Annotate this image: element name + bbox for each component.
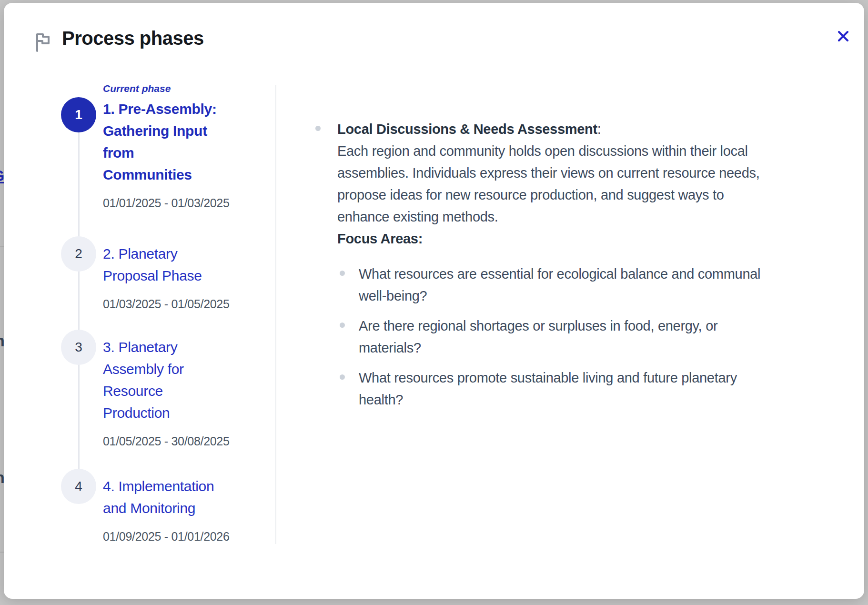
phase-item-4[interactable]: 4. Implementation and Monitoring 01/09/2… — [103, 475, 255, 544]
phase-title-line: Gathering Input — [103, 120, 255, 142]
phase-title-line: 1. Pre-Assembly: — [103, 98, 255, 120]
focus-item-line: materials? — [359, 337, 842, 359]
phase-dates-4: 01/09/2025 - 01/01/2026 — [103, 530, 255, 544]
phase-title-2: 2. Planetary Proposal Phase — [103, 243, 255, 287]
phase-dates-3: 01/05/2025 - 30/08/2025 — [103, 434, 255, 448]
phase-title-line: Communities — [103, 164, 255, 186]
phase-step-indicator-1[interactable]: 1 — [61, 97, 96, 132]
phase-title-1: 1. Pre-Assembly: Gathering Input from Co… — [103, 98, 255, 186]
focus-areas-label: Focus Areas: — [337, 228, 842, 250]
phase-title-line: 2. Planetary — [103, 243, 255, 265]
current-phase-label: Current phase — [103, 82, 255, 95]
page: { "modal": { "title": "Process phases" }… — [0, 0, 868, 605]
close-button[interactable] — [833, 26, 854, 47]
phase-item-3[interactable]: 3. Planetary Assembly for Resource Produ… — [103, 336, 255, 448]
phase-step-indicator-4[interactable]: 4 — [61, 469, 96, 504]
detail-paragraph-line: assemblies. Individuals express their vi… — [337, 162, 842, 184]
modal-title: Process phases — [62, 28, 204, 49]
detail-paragraph-line: Each region and community holds open dis… — [337, 140, 842, 162]
phase-detail-content: Local Discussions & Needs Assessment: Ea… — [337, 118, 842, 419]
flag-icon — [33, 31, 53, 52]
focus-item-line: well-being? — [359, 285, 842, 307]
phase-title-line: 3. Planetary — [103, 336, 255, 358]
phase-dates-2: 01/03/2025 - 01/05/2025 — [103, 297, 255, 311]
close-icon — [836, 29, 850, 43]
bullet-dot — [340, 271, 345, 276]
detail-heading: Local Discussions & Needs Assessment — [337, 121, 597, 137]
phase-title-line: from — [103, 142, 255, 164]
process-phases-modal: Process phases 1 2 3 4 Current phase 1. … — [4, 3, 864, 599]
bullet-dot — [315, 126, 321, 131]
phase-dates-1: 01/01/2025 - 01/03/2025 — [103, 196, 255, 210]
focus-item-line: What resources are essential for ecologi… — [359, 263, 842, 285]
focus-item-line: Are there regional shortages or surpluse… — [359, 315, 842, 337]
phase-title-line: Proposal Phase — [103, 265, 255, 287]
phase-step-indicator-3[interactable]: 3 — [61, 330, 96, 365]
phase-item-2[interactable]: 2. Planetary Proposal Phase 01/03/2025 -… — [103, 243, 255, 311]
detail-heading-line: Local Discussions & Needs Assessment: — [337, 118, 842, 140]
detail-paragraph-line: enhance existing methods. — [337, 206, 842, 228]
focus-area-item: Are there regional shortages or surpluse… — [337, 315, 842, 359]
phase-step-indicator-2[interactable]: 2 — [61, 236, 96, 272]
bullet-dot — [340, 374, 345, 380]
detail-heading-colon: : — [597, 121, 601, 137]
phase-title-line: 4. Implementation — [103, 475, 255, 497]
phase-item-1[interactable]: Current phase 1. Pre-Assembly: Gathering… — [103, 82, 255, 210]
focus-item-line: What resources promote sustainable livin… — [359, 367, 842, 389]
stepper-connector-line — [78, 115, 80, 486]
phase-title-4: 4. Implementation and Monitoring — [103, 475, 255, 519]
focus-area-item: What resources are essential for ecologi… — [337, 263, 842, 307]
phase-title-line: Resource — [103, 380, 255, 402]
phase-title-line: and Monitoring — [103, 497, 255, 519]
phase-title-line: Production — [103, 402, 255, 424]
phase-title-3: 3. Planetary Assembly for Resource Produ… — [103, 336, 255, 424]
phase-title-line: Assembly for — [103, 358, 255, 380]
detail-paragraph-line: propose ideas for new resource productio… — [337, 184, 842, 206]
focus-areas-list: What resources are essential for ecologi… — [337, 263, 842, 411]
focus-area-item: What resources promote sustainable livin… — [337, 367, 842, 411]
focus-item-line: health? — [359, 389, 842, 411]
bullet-dot — [340, 323, 345, 328]
stepper-content-divider — [275, 85, 276, 544]
